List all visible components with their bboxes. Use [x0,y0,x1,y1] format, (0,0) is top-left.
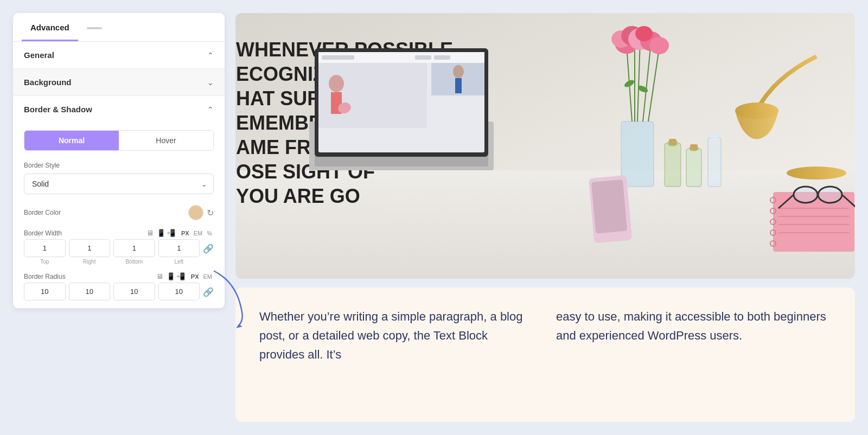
border-width-left-cell: Left [158,239,200,265]
border-radius-left-input[interactable] [158,283,200,300]
svg-rect-72 [434,55,450,60]
border-style-group: Border Style Solid None Dashed Dotted Do… [13,156,225,200]
svg-point-75 [453,65,464,78]
border-width-right-cell: Right [69,239,111,265]
refresh-icon[interactable]: ↻ [207,208,214,218]
toggle-normal-btn[interactable]: Normal [24,131,119,150]
text-right: easy to use, making it accessible to bot… [556,307,831,345]
left-panel: Advanced General ⌃ Background ⌄ Border &… [13,13,225,309]
tabs-row: Advanced [13,13,225,42]
border-color-swatch[interactable] [188,205,203,220]
svg-point-118 [794,187,818,203]
accordion-background: Background ⌄ [13,69,225,96]
svg-rect-95 [665,143,681,187]
tab-advanced[interactable]: Advanced [22,13,78,41]
mobile-icon[interactable]: 📲 [167,229,175,237]
text-col-left: Whether you’re writing a simple paragrap… [259,307,534,364]
radius-unit-px-btn[interactable]: PX [189,273,201,280]
border-radius-bottom-input[interactable] [113,283,155,300]
radius-mobile-icon[interactable]: 📲 [176,272,185,280]
svg-point-104 [787,167,846,180]
border-shadow-chevron-up: ⌃ [207,105,214,114]
border-color-label: Border Color [24,209,61,216]
svg-point-77 [329,75,344,92]
accordion-border-shadow: Border & Shadow ⌃ Normal Hover Border St… [13,96,225,309]
text-col-right: easy to use, making it accessible to bot… [556,307,831,345]
svg-point-119 [818,187,842,203]
hover-label: Hover [156,136,176,145]
normal-hover-toggle: Normal Hover [24,130,214,151]
border-radius-left-cell [158,283,200,300]
border-width-left-label: Left [174,259,183,265]
border-radius-section: Border Radius 🖥 📱 📲 PX EM [13,270,225,308]
border-radius-label: Border Radius [24,273,66,280]
general-chevron-up: ⌃ [207,51,214,60]
accordion-background-header[interactable]: Background ⌄ [13,69,225,95]
image-panel: WHENEVER POSSIBLE. ECOGNIZE THE AUTY HAT… [235,13,855,279]
border-width-right-label: Right [83,259,95,265]
border-width-label: Border Width [24,229,62,237]
accordion-general: General ⌃ [13,42,225,69]
tab-inactive[interactable] [78,17,111,37]
border-width-bottom-input[interactable] [113,239,155,257]
svg-rect-76 [455,78,462,93]
unit-percent-btn[interactable]: % [205,229,214,237]
main-container: Advanced General ⌃ Background ⌄ Border &… [13,13,855,422]
svg-rect-102 [710,133,719,140]
radius-tablet-icon[interactable]: 📱 [167,272,175,280]
arrow-decoration [209,266,252,331]
background-label: Background [24,78,72,87]
border-radius-top-input[interactable] [24,283,66,300]
border-width-bottom-cell: Bottom [113,239,155,265]
svg-rect-100 [690,144,698,150]
svg-point-92 [635,26,653,41]
border-width-section: Border Width 🖥 📱 📲 PX EM % Top [13,226,225,270]
accordion-border-shadow-header[interactable]: Border & Shadow ⌃ [13,96,225,123]
text-panel: Whether you’re writing a simple paragrap… [235,287,855,422]
border-radius-inputs-row: 🔗 [24,283,214,300]
border-width-right-input[interactable] [69,239,111,257]
border-color-row: Border Color ↻ [13,200,225,226]
border-width-top-cell: Top [24,239,66,265]
border-width-bottom-label: Bottom [125,259,143,265]
accordion-general-header[interactable]: General ⌃ [13,42,225,68]
svg-rect-97 [669,139,676,145]
right-content: WHENEVER POSSIBLE. ECOGNIZE THE AUTY HAT… [235,13,855,422]
border-width-link-icon[interactable]: 🔗 [203,244,214,254]
svg-point-91 [649,37,669,54]
border-radius-right-input[interactable] [69,283,111,300]
radius-desktop-icon[interactable]: 🖥 [156,272,163,280]
toggle-hover-btn[interactable]: Hover [119,131,213,150]
svg-text:YOU ARE GO: YOU ARE GO [236,185,360,207]
svg-rect-71 [415,55,431,60]
normal-label: Normal [59,136,85,145]
tablet-icon[interactable]: 📱 [157,229,165,237]
tab-advanced-label: Advanced [30,23,69,32]
unit-em-btn[interactable]: EM [192,229,205,237]
border-width-top-label: Top [40,259,49,265]
border-width-left-input[interactable] [158,239,200,257]
border-width-top-input[interactable] [24,239,66,257]
background-chevron-down: ⌄ [207,78,214,87]
svg-rect-70 [322,55,354,60]
unit-px-btn[interactable]: PX [180,229,191,237]
color-swatch-wrapper: ↻ [188,205,214,220]
border-radius-bottom-cell [113,283,155,300]
general-label: General [24,50,54,60]
border-radius-right-cell [69,283,111,300]
desk-scene-svg: WHENEVER POSSIBLE. ECOGNIZE THE AUTY HAT… [235,13,855,279]
border-shadow-label: Border & Shadow [24,105,92,114]
border-style-select-wrapper: Solid None Dashed Dotted Double ⌄ [24,174,214,194]
border-radius-top-cell [24,283,66,300]
svg-rect-107 [591,180,627,234]
desktop-icon[interactable]: 🖥 [146,229,154,237]
border-style-label: Border Style [24,162,214,169]
border-width-inputs-row: Top Right Bottom Left 🔗 [24,239,214,265]
tab-inactive-bar [87,27,102,29]
svg-marker-123 [236,324,242,328]
svg-rect-101 [708,138,721,187]
border-style-select[interactable]: Solid None Dashed Dotted Double [24,174,214,194]
text-left: Whether you’re writing a simple paragrap… [259,307,534,364]
svg-rect-98 [686,149,701,187]
svg-rect-80 [621,121,654,187]
